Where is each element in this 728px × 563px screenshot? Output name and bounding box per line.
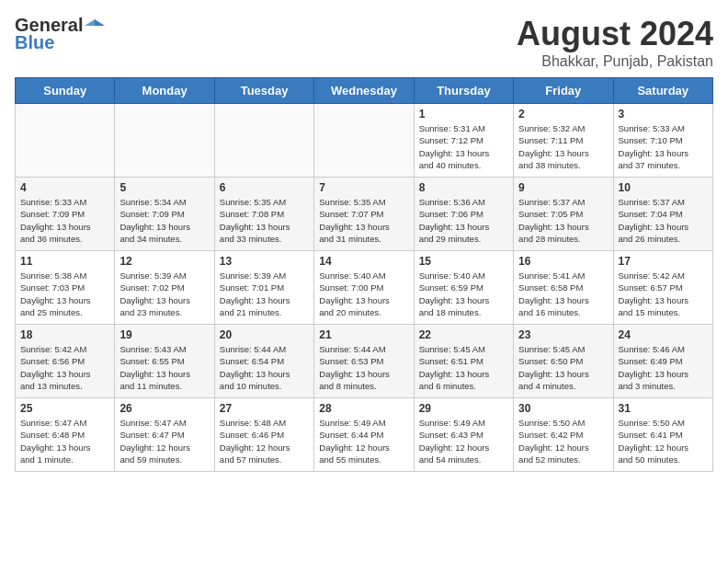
day-number: 15: [419, 255, 508, 268]
day-info: Sunrise: 5:31 AM Sunset: 7:12 PM Dayligh…: [419, 122, 508, 171]
calendar-cell: 28Sunrise: 5:49 AM Sunset: 6:44 PM Dayli…: [314, 398, 414, 472]
logo: General Blue: [15, 15, 105, 53]
calendar-weekday-friday: Friday: [514, 78, 613, 104]
day-info: Sunrise: 5:50 AM Sunset: 6:41 PM Dayligh…: [619, 417, 708, 465]
day-info: Sunrise: 5:37 AM Sunset: 7:05 PM Dayligh…: [518, 196, 608, 245]
day-info: Sunrise: 5:45 AM Sunset: 6:50 PM Dayligh…: [518, 343, 608, 392]
calendar-cell: 12Sunrise: 5:39 AM Sunset: 7:02 PM Dayli…: [115, 251, 214, 325]
day-info: Sunrise: 5:33 AM Sunset: 7:10 PM Dayligh…: [619, 122, 708, 171]
calendar-week-1: 1Sunrise: 5:31 AM Sunset: 7:12 PM Daylig…: [16, 104, 713, 178]
day-number: 12: [119, 255, 209, 268]
day-number: 5: [119, 181, 209, 194]
day-number: 13: [220, 255, 309, 268]
day-number: 14: [319, 255, 408, 268]
calendar-cell: 11Sunrise: 5:38 AM Sunset: 7:03 PM Dayli…: [16, 251, 115, 325]
calendar-weekday-wednesday: Wednesday: [314, 78, 414, 104]
day-number: 23: [518, 328, 608, 341]
day-info: Sunrise: 5:38 AM Sunset: 7:03 PM Dayligh…: [20, 270, 109, 318]
calendar-cell: [115, 104, 214, 178]
day-number: 25: [20, 402, 109, 415]
day-info: Sunrise: 5:34 AM Sunset: 7:09 PM Dayligh…: [119, 196, 209, 245]
calendar-cell: 16Sunrise: 5:41 AM Sunset: 6:58 PM Dayli…: [514, 251, 613, 325]
day-number: 10: [619, 181, 708, 194]
header: General Blue August 2024 Bhakkar, Punjab…: [15, 15, 713, 70]
day-number: 20: [220, 328, 309, 341]
day-number: 8: [419, 181, 508, 194]
logo-blue-text: Blue: [15, 32, 54, 53]
calendar-cell: 6Sunrise: 5:35 AM Sunset: 7:08 PM Daylig…: [214, 178, 313, 251]
day-info: Sunrise: 5:48 AM Sunset: 6:46 PM Dayligh…: [220, 417, 309, 465]
calendar-week-2: 4Sunrise: 5:33 AM Sunset: 7:09 PM Daylig…: [16, 178, 713, 251]
day-info: Sunrise: 5:37 AM Sunset: 7:04 PM Dayligh…: [619, 196, 708, 245]
calendar-cell: 4Sunrise: 5:33 AM Sunset: 7:09 PM Daylig…: [16, 178, 115, 251]
calendar-cell: [16, 104, 115, 178]
calendar-cell: 2Sunrise: 5:32 AM Sunset: 7:11 PM Daylig…: [514, 104, 613, 178]
day-info: Sunrise: 5:45 AM Sunset: 6:51 PM Dayligh…: [419, 343, 508, 392]
day-number: 18: [20, 328, 109, 341]
title-area: August 2024 Bhakkar, Punjab, Pakistan: [517, 15, 713, 70]
day-info: Sunrise: 5:47 AM Sunset: 6:47 PM Dayligh…: [119, 417, 209, 465]
calendar-cell: 15Sunrise: 5:40 AM Sunset: 6:59 PM Dayli…: [414, 251, 513, 325]
calendar-cell: 5Sunrise: 5:34 AM Sunset: 7:09 PM Daylig…: [115, 178, 214, 251]
day-number: 27: [220, 402, 309, 415]
day-info: Sunrise: 5:35 AM Sunset: 7:07 PM Dayligh…: [319, 196, 408, 245]
day-number: 9: [518, 181, 608, 194]
day-number: 7: [319, 181, 408, 194]
day-number: 17: [619, 255, 708, 268]
day-number: 3: [619, 108, 708, 121]
day-info: Sunrise: 5:33 AM Sunset: 7:09 PM Dayligh…: [20, 196, 109, 245]
calendar-cell: 3Sunrise: 5:33 AM Sunset: 7:10 PM Daylig…: [613, 104, 712, 178]
day-number: 28: [319, 402, 408, 415]
calendar-cell: 25Sunrise: 5:47 AM Sunset: 6:48 PM Dayli…: [16, 398, 115, 472]
calendar-cell: 17Sunrise: 5:42 AM Sunset: 6:57 PM Dayli…: [613, 251, 712, 325]
day-number: 31: [619, 402, 708, 415]
day-info: Sunrise: 5:46 AM Sunset: 6:49 PM Dayligh…: [619, 343, 708, 392]
calendar-cell: 20Sunrise: 5:44 AM Sunset: 6:54 PM Dayli…: [214, 325, 313, 398]
day-info: Sunrise: 5:40 AM Sunset: 6:59 PM Dayligh…: [419, 270, 508, 318]
calendar-cell: 27Sunrise: 5:48 AM Sunset: 6:46 PM Dayli…: [214, 398, 313, 472]
day-number: 2: [518, 108, 608, 121]
day-info: Sunrise: 5:42 AM Sunset: 6:56 PM Dayligh…: [20, 343, 109, 392]
calendar-header-row: SundayMondayTuesdayWednesdayThursdayFrid…: [16, 78, 713, 104]
calendar-week-5: 25Sunrise: 5:47 AM Sunset: 6:48 PM Dayli…: [16, 398, 713, 472]
calendar-cell: 9Sunrise: 5:37 AM Sunset: 7:05 PM Daylig…: [514, 178, 613, 251]
calendar-cell: 23Sunrise: 5:45 AM Sunset: 6:50 PM Dayli…: [514, 325, 613, 398]
day-info: Sunrise: 5:41 AM Sunset: 6:58 PM Dayligh…: [518, 270, 608, 318]
calendar-cell: 30Sunrise: 5:50 AM Sunset: 6:42 PM Dayli…: [514, 398, 613, 472]
day-info: Sunrise: 5:44 AM Sunset: 6:54 PM Dayligh…: [220, 343, 309, 392]
day-number: 26: [119, 402, 209, 415]
day-info: Sunrise: 5:42 AM Sunset: 6:57 PM Dayligh…: [619, 270, 708, 318]
svg-marker-0: [95, 19, 105, 26]
day-info: Sunrise: 5:49 AM Sunset: 6:43 PM Dayligh…: [419, 417, 508, 465]
calendar-cell: 8Sunrise: 5:36 AM Sunset: 7:06 PM Daylig…: [414, 178, 513, 251]
day-number: 30: [518, 402, 608, 415]
calendar-weekday-sunday: Sunday: [16, 78, 115, 104]
calendar-weekday-monday: Monday: [115, 78, 214, 104]
day-info: Sunrise: 5:36 AM Sunset: 7:06 PM Dayligh…: [419, 196, 508, 245]
day-number: 1: [419, 108, 508, 121]
calendar-weekday-tuesday: Tuesday: [214, 78, 313, 104]
day-number: 6: [220, 181, 309, 194]
day-info: Sunrise: 5:35 AM Sunset: 7:08 PM Dayligh…: [220, 196, 309, 245]
day-number: 29: [419, 402, 508, 415]
day-number: 24: [619, 328, 708, 341]
calendar-cell: 22Sunrise: 5:45 AM Sunset: 6:51 PM Dayli…: [414, 325, 513, 398]
logo-bird-icon: [85, 16, 105, 36]
calendar-cell: 10Sunrise: 5:37 AM Sunset: 7:04 PM Dayli…: [613, 178, 712, 251]
calendar-cell: 19Sunrise: 5:43 AM Sunset: 6:55 PM Dayli…: [115, 325, 214, 398]
location-subtitle: Bhakkar, Punjab, Pakistan: [517, 53, 713, 70]
calendar-cell: 31Sunrise: 5:50 AM Sunset: 6:41 PM Dayli…: [613, 398, 712, 472]
calendar-cell: [314, 104, 414, 178]
calendar-weekday-saturday: Saturday: [613, 78, 712, 104]
calendar-cell: 24Sunrise: 5:46 AM Sunset: 6:49 PM Dayli…: [613, 325, 712, 398]
day-number: 21: [319, 328, 408, 341]
day-info: Sunrise: 5:49 AM Sunset: 6:44 PM Dayligh…: [319, 417, 408, 465]
calendar-cell: 21Sunrise: 5:44 AM Sunset: 6:53 PM Dayli…: [314, 325, 414, 398]
calendar-cell: 14Sunrise: 5:40 AM Sunset: 7:00 PM Dayli…: [314, 251, 414, 325]
day-info: Sunrise: 5:43 AM Sunset: 6:55 PM Dayligh…: [119, 343, 209, 392]
day-info: Sunrise: 5:39 AM Sunset: 7:01 PM Dayligh…: [220, 270, 309, 318]
month-title: August 2024: [517, 15, 713, 53]
calendar-cell: 18Sunrise: 5:42 AM Sunset: 6:56 PM Dayli…: [16, 325, 115, 398]
day-number: 11: [20, 255, 109, 268]
day-number: 16: [518, 255, 608, 268]
